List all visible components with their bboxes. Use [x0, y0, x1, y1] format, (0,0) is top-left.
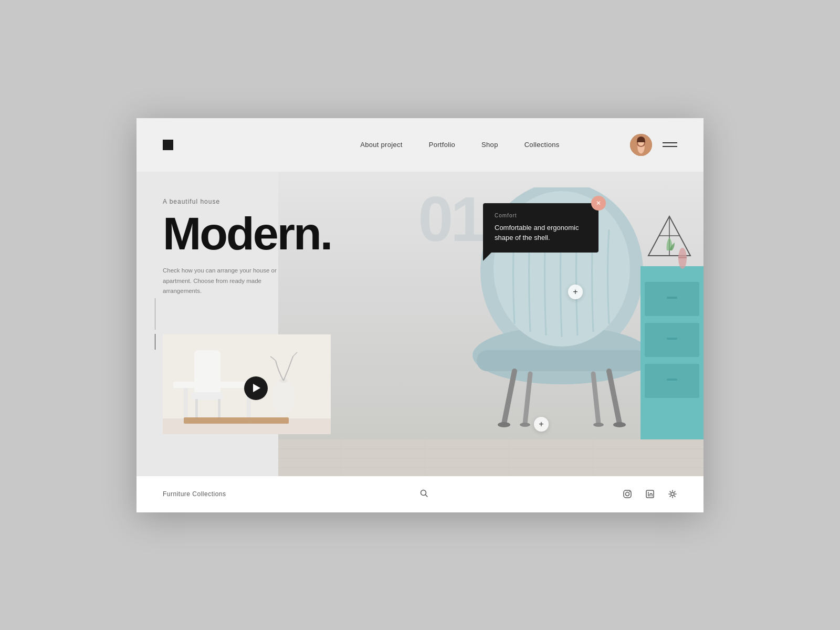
plus-marker-1[interactable]: + [568, 285, 583, 299]
hero-title: Modern. [163, 212, 331, 256]
svg-point-57 [671, 492, 674, 496]
scroll-indicator [155, 298, 155, 350]
svg-rect-45 [218, 399, 220, 420]
play-button[interactable] [244, 376, 268, 400]
svg-rect-27 [645, 364, 699, 398]
hero-subtitle: A beautiful house [163, 198, 331, 205]
svg-rect-42 [194, 350, 220, 397]
svg-point-23 [593, 423, 604, 427]
preview-box[interactable] [163, 334, 331, 434]
browser-window: About project Portfolio Shop Collections [136, 118, 704, 512]
footer-icons [623, 489, 677, 499]
nav-item-about[interactable]: About project [360, 141, 403, 149]
footer: Furniture Collections [136, 476, 704, 512]
tooltip-close-button[interactable]: ✕ [591, 196, 606, 211]
svg-rect-25 [645, 282, 699, 316]
footer-brand: Furniture Collections [163, 490, 226, 498]
terrarium-decor [646, 214, 693, 271]
svg-rect-48 [184, 417, 289, 424]
hero-description: Check how you can arrange your house or … [163, 266, 278, 297]
side-table [640, 266, 704, 439]
svg-rect-44 [195, 399, 198, 420]
tooltip-text: Comfortable and ergonomic shape of the s… [495, 223, 587, 243]
header: About project Portfolio Shop Collections [136, 118, 704, 172]
svg-rect-4 [278, 439, 704, 476]
svg-point-21 [613, 422, 626, 427]
svg-rect-43 [192, 392, 223, 400]
settings-icon[interactable] [668, 489, 677, 499]
svg-rect-14 [477, 350, 647, 371]
nav-item-portfolio[interactable]: Portfolio [429, 141, 455, 149]
hero-section: 01 A beautiful house Modern. Check how y… [136, 172, 704, 476]
tooltip-label: Comfort [495, 213, 587, 218]
linkedin-icon[interactable] [645, 489, 655, 499]
nav-right [630, 134, 677, 156]
info-tooltip: ✕ Comfort Comfortable and ergonomic shap… [483, 203, 598, 253]
svg-rect-30 [667, 379, 677, 381]
plus-marker-2[interactable]: + [534, 417, 549, 432]
nav: About project Portfolio Shop Collections [360, 141, 559, 149]
svg-rect-29 [667, 338, 677, 340]
svg-point-52 [625, 492, 629, 496]
svg-point-46 [272, 379, 295, 416]
search-icon[interactable] [420, 489, 428, 499]
hamburger-menu[interactable] [663, 142, 677, 147]
svg-rect-36 [678, 257, 687, 258]
svg-point-53 [629, 491, 630, 492]
footer-search [420, 489, 428, 499]
svg-line-50 [426, 495, 428, 497]
svg-point-56 [648, 492, 649, 493]
hero-watermark-number: 01 [418, 187, 483, 250]
floor [278, 439, 704, 476]
svg-point-22 [520, 423, 530, 427]
instagram-icon[interactable] [623, 489, 632, 499]
svg-point-20 [498, 422, 510, 427]
avatar[interactable] [630, 134, 652, 156]
svg-line-16 [504, 371, 514, 424]
svg-line-17 [609, 371, 620, 424]
logo-mark [163, 140, 173, 150]
nav-item-collections[interactable]: Collections [524, 141, 560, 149]
svg-rect-26 [645, 323, 699, 357]
hero-content: A beautiful house Modern. Check how you … [163, 198, 331, 318]
svg-rect-28 [667, 297, 677, 299]
nav-item-shop[interactable]: Shop [481, 141, 498, 149]
